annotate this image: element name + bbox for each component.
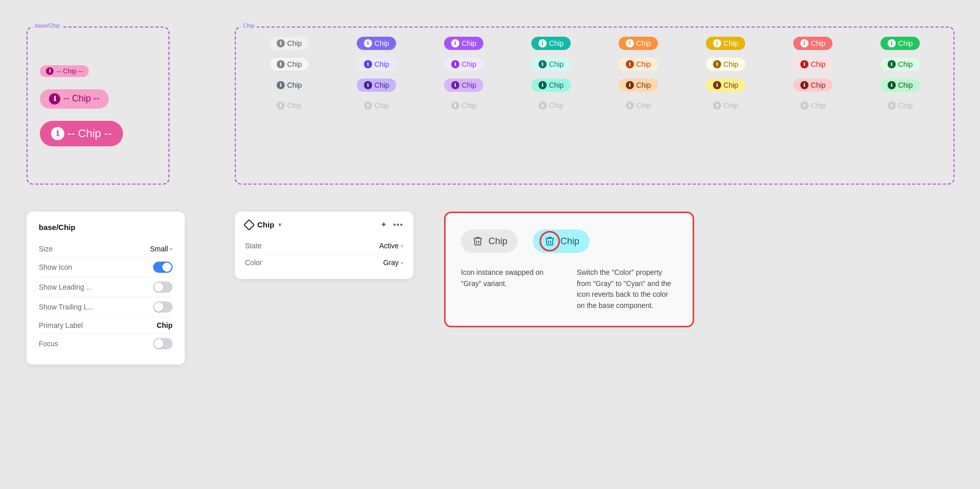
chip-icon: ℹ: [713, 39, 721, 47]
chip-icon: ℹ: [713, 60, 721, 68]
chip-yellow-medium[interactable]: ℹ Chip: [706, 79, 746, 92]
chip-dis-6: ℹ Chip: [706, 99, 746, 112]
chip-label: Chip: [462, 60, 477, 68]
chip-gray-light[interactable]: ℹ Chip: [269, 57, 310, 71]
chip-red-medium[interactable]: ℹ Chip: [793, 79, 833, 92]
demo-desc-gray: Icon instance swapped on "Gray" variant.: [461, 267, 561, 312]
chip-gray-medium[interactable]: ℹ Chip: [270, 79, 309, 92]
chip-teal-filled[interactable]: ℹ Chip: [531, 37, 571, 50]
chip-small[interactable]: ℹ -- Chip --: [40, 65, 89, 77]
chip-cell: ℹ Chip: [335, 57, 418, 71]
chip-label: Chip: [898, 81, 913, 89]
chip-cell: ℹ Chip: [859, 79, 941, 92]
instance-color-value[interactable]: Gray ▾: [383, 259, 403, 267]
prop-size-value[interactable]: Small ▾: [150, 245, 173, 253]
show-trailing-toggle[interactable]: [153, 301, 173, 313]
demo-chip-gray-label: Chip: [488, 236, 507, 247]
chip-gray-filled[interactable]: ℹ Chip: [270, 37, 309, 50]
more-icon[interactable]: •••: [393, 220, 403, 229]
chip-blue-medium[interactable]: ℹ Chip: [357, 79, 397, 92]
instance-panel: Chip ▾ ✦ ••• State Active ▾ Color Gray ▾: [235, 212, 413, 279]
prop-show-leading-label: Show Leading ...: [39, 283, 92, 291]
chip-label: Chip: [375, 60, 389, 68]
chip-label: Chip: [375, 39, 389, 47]
chip-red-filled[interactable]: ℹ Chip: [793, 37, 833, 50]
prop-focus-label: Focus: [39, 340, 58, 348]
instance-color-label: Color: [245, 259, 262, 267]
show-leading-toggle[interactable]: [153, 281, 173, 293]
prop-show-trailing: Show Trailing L...: [39, 297, 173, 317]
chip-cell: ℹ Chip: [772, 37, 854, 50]
demo-chip-cyan[interactable]: Chip: [533, 229, 590, 253]
prop-focus: Focus: [39, 334, 173, 353]
chip-cell: ℹ Chip: [335, 37, 418, 50]
chip-label: Chip: [636, 39, 651, 47]
chip-medium[interactable]: ℹ -- Chip --: [40, 89, 109, 109]
chip-small-icon: ℹ: [46, 67, 54, 75]
chip-cell: ℹ Chip: [597, 37, 679, 50]
demo-panel: Chip Chip Icon instance swapped on "Gray…: [444, 212, 694, 327]
chip-blue-filled[interactable]: ℹ Chip: [357, 37, 397, 50]
diamond-icon: [243, 219, 255, 230]
chip-yellow-light[interactable]: ℹ Chip: [706, 58, 746, 71]
chevron-down-icon: ▾: [401, 260, 403, 266]
chip-purple-light[interactable]: ℹ Chip: [444, 58, 484, 71]
chip-label: Chip: [811, 81, 826, 89]
instance-state-label: State: [245, 242, 262, 250]
chip-cell: ℹ Chip: [859, 99, 941, 112]
instance-header: Chip ▾ ✦ •••: [245, 220, 403, 229]
prop-primary-label-text: Primary Label: [39, 321, 83, 329]
instance-prop-color: Color Gray ▾: [245, 254, 403, 271]
chip-teal-light[interactable]: ℹ Chip: [531, 58, 571, 71]
chip-label: Chip: [724, 39, 739, 47]
chevron-down-icon[interactable]: ▾: [278, 221, 281, 228]
props-title: base/Chip: [39, 223, 173, 231]
properties-panel: base/Chip Size Small ▾ Show Icon Show Le…: [27, 212, 185, 365]
highlight-circle: [540, 231, 560, 251]
chip-label: Chip: [811, 101, 826, 110]
chip-orange-light[interactable]: ℹ Chip: [619, 58, 658, 71]
chip-dis-1: ℹ Chip: [270, 99, 309, 112]
demo-desc-cyan: Switch the "Color" property from "Gray" …: [577, 267, 677, 312]
chip-red-light[interactable]: ℹ Chip: [793, 58, 833, 71]
chip-cell: ℹ Chip: [510, 57, 592, 71]
chip-label: Chip: [724, 60, 739, 68]
focus-toggle[interactable]: [153, 338, 173, 349]
show-icon-toggle[interactable]: [153, 262, 173, 273]
chip-green-filled[interactable]: ℹ Chip: [880, 37, 920, 50]
chip-purple-medium[interactable]: ℹ Chip: [444, 79, 484, 92]
prop-primary-label: Primary Label Chip: [39, 317, 173, 334]
trash-icon-highlighted: [543, 235, 556, 248]
chip-blue-light[interactable]: ℹ Chip: [357, 58, 397, 71]
instance-state-value[interactable]: Active ▾: [379, 242, 403, 250]
instance-prop-state: State Active ▾: [245, 238, 403, 254]
grid-panel: Chip ℹ Chip ℹ Chip ℹ Chip ℹ Chip: [235, 27, 954, 185]
chip-label: Chip: [549, 81, 564, 89]
chip-teal-medium[interactable]: ℹ Chip: [531, 79, 571, 92]
chip-orange-filled[interactable]: ℹ Chip: [619, 37, 658, 50]
chip-dis-3: ℹ Chip: [444, 99, 484, 112]
chip-icon: ℹ: [888, 39, 896, 47]
instance-title-text: Chip: [257, 220, 274, 229]
chip-icon: ℹ: [364, 81, 372, 89]
chip-large[interactable]: ℹ -- Chip --: [40, 121, 123, 146]
chip-cell: ℹ Chip: [248, 57, 330, 71]
chip-icon: ℹ: [451, 81, 459, 89]
move-icon[interactable]: ✦: [380, 220, 387, 229]
chip-cell: ℹ Chip: [335, 79, 418, 92]
chip-yellow-filled[interactable]: ℹ Chip: [706, 37, 746, 50]
sizes-panel-label: base/Chip: [33, 22, 62, 29]
chip-green-light[interactable]: ℹ Chip: [880, 58, 920, 71]
chip-label: Chip: [287, 60, 302, 68]
demo-chip-gray[interactable]: Chip: [461, 229, 518, 253]
chevron-down-icon: ▾: [401, 243, 403, 249]
chip-icon: ℹ: [800, 60, 808, 68]
chip-icon: ℹ: [800, 101, 808, 110]
chip-icon: ℹ: [626, 81, 634, 89]
chip-purple-filled[interactable]: ℹ Chip: [444, 37, 484, 50]
chip-icon: ℹ: [364, 39, 372, 47]
demo-chip-cyan-label: Chip: [560, 236, 579, 247]
chip-green-medium[interactable]: ℹ Chip: [880, 79, 920, 92]
chip-orange-medium[interactable]: ℹ Chip: [619, 79, 658, 92]
chip-dis-5: ℹ Chip: [619, 99, 658, 112]
